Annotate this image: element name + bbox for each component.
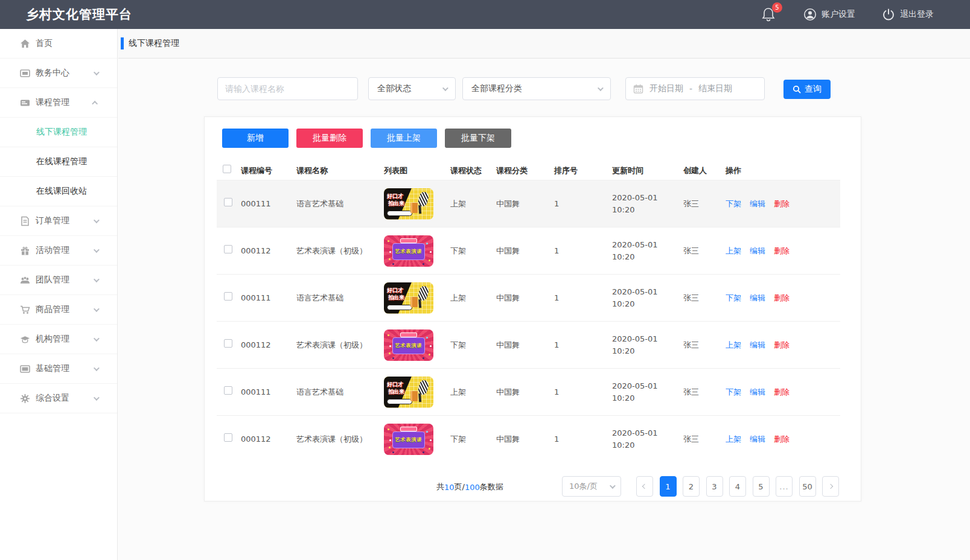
sidebar-item-course-management[interactable]: 课程管理 [0,88,117,118]
sidebar-item-activity-management[interactable]: 活动管理 [0,236,117,266]
microphone-graphic [417,379,429,395]
delete-link[interactable]: 删除 [774,245,790,257]
total-pages: 10 [444,483,455,492]
thumb-text: 拍出来 [388,200,404,208]
edit-link[interactable]: 编辑 [750,433,765,445]
account-settings-button[interactable]: 账户设置 [803,8,855,21]
chevron-left-icon [642,484,647,489]
sidebar-item-general-settings[interactable]: 综合设置 [0,384,117,413]
batch-delete-button[interactable]: 批量删除 [296,129,363,148]
header-actions: 5 账户设置 [761,7,934,22]
logout-button[interactable]: 退出登录 [882,8,934,21]
toggle-status-link[interactable]: 上架 [726,339,741,351]
thumb-text: 拍出来 [388,388,404,396]
sidebar-item-team-management[interactable]: 团队管理 [0,266,117,295]
course-name-input[interactable] [217,77,358,100]
page-button-5[interactable]: 5 [753,476,770,497]
row-checkbox[interactable] [224,339,232,348]
edit-link[interactable]: 编辑 [750,339,765,351]
sidebar-item-order-management[interactable]: 订单管理 [0,206,117,236]
sidebar-item-institution-management[interactable]: 机构管理 [0,325,117,354]
account-settings-label: 账户设置 [822,9,855,20]
chevron-down-icon [94,306,100,312]
row-checkbox[interactable] [224,198,232,206]
page-button-2[interactable]: 2 [683,476,700,497]
order-icon [20,216,30,226]
search-button[interactable]: 查询 [783,80,831,99]
toggle-status-link[interactable]: 下架 [726,292,741,304]
microphone-graphic [417,285,429,301]
course-name: 语言艺术基础 [296,386,384,398]
sidebar-item-home[interactable]: 首页 [0,29,117,59]
toggle-status-link[interactable]: 下架 [726,198,741,210]
creator: 张三 [683,386,726,398]
sidebar-item-goods-management[interactable]: 商品管理 [0,295,117,325]
column-header-thumbnail: 列表图 [384,165,450,177]
row-checkbox[interactable] [224,292,232,301]
sidebar-subitem-online-courses[interactable]: 在线课程管理 [0,147,117,177]
edit-link[interactable]: 编辑 [750,292,765,304]
prev-page-button[interactable] [636,476,653,497]
row-checkbox[interactable] [224,433,232,442]
add-button[interactable]: 新增 [222,129,289,148]
select-all-checkbox[interactable] [223,165,231,173]
chevron-down-icon [94,395,100,401]
pagination: 1 2 3 4 5 ... 50 [636,476,839,497]
graduation-cap-icon [20,334,30,345]
app-root: 乡村文化管理平台 5 [0,0,970,560]
delete-link[interactable]: 删除 [774,292,790,304]
confetti-graphic [388,334,389,336]
row-checkbox[interactable] [224,386,232,395]
page-button-4[interactable]: 4 [729,476,746,497]
delete-link[interactable]: 删除 [774,386,790,398]
delete-link[interactable]: 删除 [774,198,790,210]
page-button-3[interactable]: 3 [706,476,723,497]
sidebar-item-base-management[interactable]: 基础管理 [0,354,117,384]
sidebar-item-label: 订单管理 [36,215,69,226]
course-table: 课程编号 课程名称 列表图 课程状态 课程分类 排序号 更新时间 创建人 操作 … [217,162,840,462]
sidebar-subitem-offline-courses[interactable]: 线下课程管理 [0,118,117,147]
breadcrumb: 线下课程管理 [121,37,179,49]
notifications-button[interactable]: 5 [761,7,777,22]
page-ellipsis[interactable]: ... [776,476,793,497]
course-name: 艺术表演课（初级） [296,339,384,351]
page-button-50[interactable]: 50 [799,476,816,497]
toggle-status-link[interactable]: 下架 [726,386,741,398]
table-header-row: 课程编号 课程名称 列表图 课程状态 课程分类 排序号 更新时间 创建人 操作 [217,162,840,180]
breadcrumb-accent-bar [121,37,124,49]
summary-text: 条数据 [480,482,503,492]
status-select[interactable]: 全部状态 [368,77,456,100]
category-select[interactable]: 全部课程分类 [462,77,611,100]
edit-link[interactable]: 编辑 [750,245,765,257]
table-row: 000111 语言艺术基础 好口才 拍出来 上架 中国舞 [217,368,840,415]
batch-publish-button[interactable]: 批量上架 [371,129,437,148]
page-button-1[interactable]: 1 [660,476,677,497]
table-row: 000112 艺术表演课（初级） 艺术表演课 下架 中国舞 1 2020-05-… [217,227,840,274]
toggle-status-link[interactable]: 上架 [726,245,741,257]
sort-number: 1 [554,339,612,351]
toggle-status-link[interactable]: 上架 [726,433,741,445]
date-range-picker[interactable]: 开始日期 - 结束日期 [625,77,765,100]
table-row: 000111 语言艺术基础 好口才 拍出来 上架 中国舞 [217,274,840,321]
chevron-down-icon [442,85,448,91]
thumb-book-graphic [410,391,418,401]
sidebar-subitem-online-recycle-bin[interactable]: 在线课回收站 [0,177,117,206]
course-category: 中国舞 [496,433,554,445]
course-status: 下架 [450,339,496,351]
bell-icon[interactable]: 5 [761,7,777,22]
delete-link[interactable]: 删除 [774,433,790,445]
batch-unpublish-button[interactable]: 批量下架 [445,129,511,148]
edit-link[interactable]: 编辑 [750,386,765,398]
thumb-banner-graphic [387,399,412,404]
delete-link[interactable]: 删除 [774,339,790,351]
edit-link[interactable]: 编辑 [750,198,765,210]
row-checkbox[interactable] [224,245,232,253]
team-icon [20,275,30,285]
table-row: 000111 语言艺术基础 好口才 拍出来 上架 中国舞 [217,180,840,227]
thumb-book-graphic [410,297,418,307]
page-size-select[interactable]: 10条/页 [562,476,621,497]
chevron-down-icon [94,217,100,223]
sidebar-item-academic-center[interactable]: 教务中心 [0,59,117,88]
next-page-button[interactable] [822,476,839,497]
total-records: 100 [465,483,480,492]
